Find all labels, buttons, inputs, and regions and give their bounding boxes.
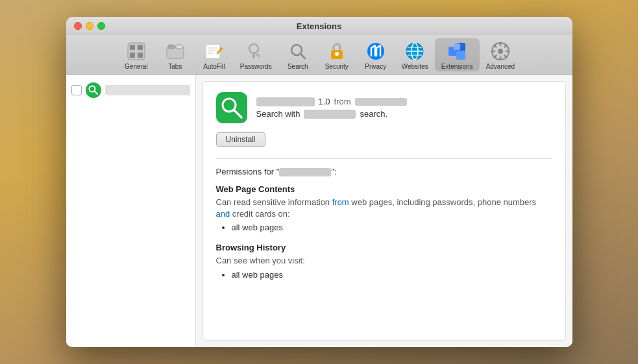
divider — [216, 158, 552, 159]
toolbar-item-passwords[interactable]: Passwords — [234, 38, 278, 71]
sidebar-extension-icon — [86, 82, 101, 98]
extension-search-row: Search with search. — [256, 109, 407, 119]
list-item: all web pages — [232, 223, 552, 232]
svg-rect-14 — [256, 54, 260, 56]
search-toolbar-icon — [288, 41, 308, 62]
svg-rect-1 — [130, 45, 135, 50]
svg-rect-29 — [453, 43, 461, 51]
svg-line-17 — [301, 54, 305, 58]
websites-icon — [404, 41, 425, 62]
advanced-icon — [490, 41, 511, 62]
main-window: Extensions General — [66, 17, 572, 347]
browsing-history-section: Browsing History Can see when you visit:… — [216, 243, 552, 279]
svg-rect-4 — [138, 53, 143, 58]
passwords-icon — [245, 41, 266, 62]
permissions-suffix: ": — [331, 167, 336, 176]
maximize-button[interactable] — [97, 22, 105, 30]
permissions-name-redacted — [279, 168, 331, 176]
privacy-label: Privacy — [365, 63, 386, 70]
svg-point-12 — [249, 44, 258, 53]
extension-name-redacted — [256, 97, 315, 106]
svg-point-31 — [498, 49, 503, 54]
toolbar-item-privacy[interactable]: Privacy — [356, 38, 395, 71]
browsing-history-desc: Can see when you visit: — [216, 255, 552, 267]
svg-rect-8 — [206, 44, 220, 58]
extension-icon — [216, 92, 247, 123]
toolbar-item-security[interactable]: Security — [317, 38, 356, 71]
sidebar-extension-row[interactable] — [71, 80, 190, 101]
svg-rect-15 — [258, 56, 260, 58]
search-label: Search — [288, 63, 308, 70]
extension-detail-panel: 1.0 from Search with search. Uninstall P… — [202, 81, 566, 341]
browsing-history-list: all web pages — [216, 270, 552, 280]
search-suffix-text: search. — [360, 109, 387, 119]
permissions-label: Permissions for "": — [216, 167, 552, 176]
svg-rect-2 — [138, 45, 143, 50]
content-area: 1.0 from Search with search. Uninstall P… — [66, 75, 572, 347]
toolbar-item-advanced[interactable]: Advanced — [480, 38, 521, 71]
search-prefix-text: Search with — [256, 109, 301, 119]
svg-line-38 — [505, 45, 507, 47]
title-bar: Extensions — [66, 17, 572, 34]
svg-rect-7 — [176, 45, 182, 49]
list-item: all web pages — [232, 270, 552, 280]
extension-version-row: 1.0 from — [256, 97, 407, 106]
extensions-label: Extensions — [441, 63, 473, 70]
extension-publisher-redacted — [355, 98, 407, 106]
browsing-history-title: Browsing History — [216, 243, 552, 252]
tabs-icon — [165, 41, 186, 62]
autofill-label: AutoFill — [203, 63, 225, 70]
extension-from-text: from — [334, 97, 351, 106]
privacy-icon — [365, 41, 386, 62]
svg-line-41 — [94, 91, 97, 95]
passwords-label: Passwords — [240, 63, 272, 70]
web-page-contents-title: Web Page Contents — [216, 184, 552, 194]
security-icon — [326, 41, 347, 62]
autofill-icon — [204, 41, 225, 62]
svg-rect-6 — [168, 45, 175, 49]
toolbar-item-general[interactable]: General — [117, 38, 156, 71]
close-button[interactable] — [74, 22, 82, 30]
general-label: General — [125, 63, 148, 70]
web-page-contents-desc: Can read sensitive information from web … — [216, 197, 552, 220]
svg-line-43 — [234, 110, 241, 117]
window-title: Extensions — [297, 21, 341, 31]
extension-version: 1.0 — [319, 97, 330, 106]
web-page-contents-list: all web pages — [216, 223, 552, 232]
general-icon — [126, 41, 147, 62]
svg-point-19 — [335, 52, 339, 56]
websites-label: Websites — [402, 63, 428, 70]
advanced-label: Advanced — [486, 63, 515, 70]
extension-header: 1.0 from Search with search. — [216, 92, 552, 123]
svg-line-39 — [494, 56, 496, 58]
security-label: Security — [325, 63, 349, 70]
sidebar-extension-name — [105, 85, 190, 95]
toolbar-item-autofill[interactable]: AutoFill — [195, 38, 234, 71]
toolbar-item-extensions[interactable]: Extensions — [435, 38, 480, 71]
extension-search-name-redacted — [304, 110, 356, 119]
svg-line-37 — [505, 56, 507, 58]
extension-checkbox[interactable] — [71, 85, 82, 95]
sidebar — [66, 75, 196, 347]
svg-rect-3 — [130, 53, 135, 58]
uninstall-button[interactable]: Uninstall — [216, 132, 265, 147]
toolbar: General Tabs — [66, 34, 572, 75]
extension-info: 1.0 from Search with search. — [256, 97, 407, 119]
svg-rect-13 — [252, 52, 255, 58]
tabs-label: Tabs — [168, 63, 182, 70]
svg-line-36 — [494, 45, 496, 47]
svg-rect-28 — [456, 51, 465, 60]
traffic-lights — [74, 22, 105, 30]
web-page-contents-section: Web Page Contents Can read sensitive inf… — [216, 184, 552, 232]
extensions-icon — [447, 41, 467, 62]
toolbar-item-search[interactable]: Search — [278, 38, 317, 71]
permissions-prefix: Permissions for " — [216, 167, 280, 176]
toolbar-item-tabs[interactable]: Tabs — [156, 38, 195, 71]
toolbar-item-websites[interactable]: Websites — [395, 38, 435, 71]
minimize-button[interactable] — [86, 22, 93, 30]
